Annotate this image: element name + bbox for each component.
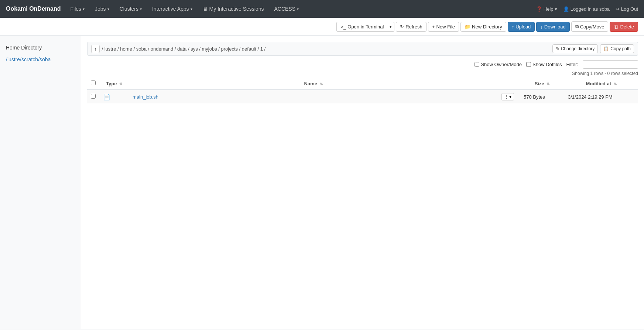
nav-item-clusters[interactable]: Clusters ▾ bbox=[116, 4, 145, 14]
open-in-terminal-button[interactable]: >_ Open in Terminal bbox=[336, 22, 387, 32]
chevron-down-icon: ▾ bbox=[191, 7, 192, 11]
copy-path-button[interactable]: 📋 Copy path bbox=[600, 44, 634, 53]
dots-icon: ⋮ bbox=[504, 94, 508, 99]
show-owner-mode-label[interactable]: Show Owner/Mode bbox=[475, 62, 522, 67]
nav-item-jobs[interactable]: Jobs ▾ bbox=[91, 4, 113, 14]
row-modified-cell: 3/1/2024 2:19:29 PM bbox=[564, 90, 638, 103]
chevron-down-icon: ▾ bbox=[140, 7, 142, 11]
th-name[interactable]: Name ⇅ bbox=[129, 78, 498, 90]
file-table-body: 📄 main_job.sh ⋮ ▾ 570 Bytes 3/1/2024 2:1… bbox=[87, 90, 638, 103]
row-count: Showing 1 rows - 0 rows selected bbox=[87, 71, 638, 76]
row-actions-cell: ⋮ ▾ bbox=[498, 90, 520, 103]
chevron-down-icon: ▾ bbox=[555, 6, 557, 12]
th-type[interactable]: Type ⇅ bbox=[99, 78, 129, 90]
user-icon: 👤 bbox=[563, 6, 569, 12]
upload-icon: ↑ bbox=[512, 24, 514, 30]
copy-move-button[interactable]: ⧉ Copy/Move bbox=[571, 21, 609, 32]
logout-link[interactable]: ↪ Log Out bbox=[616, 6, 638, 12]
navbar-brand[interactable]: Ookami OnDemand bbox=[6, 6, 61, 12]
sidebar-item-lustre-scratch[interactable]: /lustre/scratch/soba bbox=[0, 54, 81, 65]
sidebar-item-home-directory[interactable]: Home Directory bbox=[0, 42, 81, 54]
th-modified[interactable]: Modified at ⇅ bbox=[564, 78, 638, 90]
nav-item-files[interactable]: Files ▾ bbox=[66, 4, 88, 14]
sort-name-icon: ⇅ bbox=[320, 82, 323, 86]
sort-size-icon: ⇅ bbox=[547, 82, 549, 86]
new-directory-button[interactable]: 📁 New Directory bbox=[460, 22, 506, 32]
filter-label-text: Filter: bbox=[566, 62, 579, 67]
filter-input[interactable] bbox=[583, 60, 638, 69]
refresh-button[interactable]: ↻ Refresh bbox=[396, 22, 427, 32]
breadcrumb-up-button[interactable]: ↑ bbox=[91, 45, 100, 53]
chevron-down-icon: ▾ bbox=[107, 7, 109, 11]
open-terminal-group: >_ Open in Terminal ▾ bbox=[336, 22, 394, 32]
row-select-checkbox[interactable] bbox=[91, 94, 96, 99]
terminal-icon: >_ bbox=[340, 24, 346, 30]
folder-plus-icon: 📁 bbox=[465, 24, 470, 30]
th-size[interactable]: Size ⇅ bbox=[520, 78, 564, 90]
file-link[interactable]: main_job.sh bbox=[133, 94, 158, 100]
row-action-group: ⋮ ▾ bbox=[501, 93, 514, 100]
new-file-button[interactable]: + New File bbox=[428, 22, 459, 32]
clipboard-icon: 📋 bbox=[603, 46, 609, 51]
breadcrumb-path: / lustre / home / soba / ondemand / data… bbox=[102, 46, 550, 52]
row-size-cell: 570 Bytes bbox=[520, 90, 564, 103]
show-dotfiles-checkbox[interactable] bbox=[526, 62, 531, 67]
plus-icon: + bbox=[432, 24, 435, 30]
copy-icon: ⧉ bbox=[575, 24, 579, 30]
nav-item-interactive-apps[interactable]: Interactive Apps ▾ bbox=[148, 4, 196, 14]
user-info: 👤 Logged in as soba bbox=[563, 6, 610, 12]
toolbar: >_ Open in Terminal ▾ ↻ Refresh + New Fi… bbox=[0, 18, 644, 36]
logout-icon: ↪ bbox=[616, 6, 620, 12]
filter-row: Show Owner/Mode Show Dotfiles Filter: bbox=[87, 60, 638, 69]
open-terminal-dropdown-button[interactable]: ▾ bbox=[387, 22, 394, 32]
table-row: 📄 main_job.sh ⋮ ▾ 570 Bytes 3/1/2024 2:1… bbox=[87, 90, 638, 103]
select-all-checkbox[interactable] bbox=[91, 81, 96, 85]
footer: powered by OPEN OnDemand bbox=[0, 329, 644, 332]
show-owner-mode-checkbox[interactable] bbox=[475, 62, 479, 67]
file-browser: ↑ / lustre / home / soba / ondemand / da… bbox=[81, 36, 644, 329]
help-icon: ❓ bbox=[536, 6, 542, 12]
main-container: Home Directory /lustre/scratch/soba ↑ / … bbox=[0, 36, 644, 329]
chevron-down-icon: ▾ bbox=[83, 7, 85, 11]
download-button[interactable]: ↓ Download bbox=[536, 22, 569, 32]
sidebar: Home Directory /lustre/scratch/soba bbox=[0, 36, 81, 329]
show-dotfiles-label[interactable]: Show Dotfiles bbox=[526, 62, 562, 67]
edit-icon: ✎ bbox=[556, 46, 559, 51]
delete-button[interactable]: 🗑 Delete bbox=[610, 22, 638, 32]
chevron-down-icon: ▾ bbox=[297, 7, 299, 11]
monitor-icon: 🖥 bbox=[203, 6, 208, 12]
file-table: Type ⇅ Name ⇅ Size ⇅ Modified at ⇅ bbox=[87, 78, 638, 103]
arrow-up-icon: ↑ bbox=[94, 46, 97, 52]
nav-right: ❓ Help ▾ 👤 Logged in as soba ↪ Log Out bbox=[536, 6, 638, 12]
nav-item-access[interactable]: ACCESS ▾ bbox=[270, 4, 302, 14]
navbar: Ookami OnDemand Files ▾ Jobs ▾ Clusters … bbox=[0, 0, 644, 18]
download-icon: ↓ bbox=[540, 24, 543, 30]
chevron-down-icon: ▾ bbox=[509, 94, 511, 99]
row-action-button[interactable]: ⋮ ▾ bbox=[501, 93, 514, 100]
file-type-icon: 📄 bbox=[103, 94, 110, 100]
trash-icon: 🗑 bbox=[614, 24, 619, 30]
row-name-cell: main_job.sh bbox=[129, 90, 498, 103]
help-link[interactable]: ❓ Help ▾ bbox=[536, 6, 557, 12]
upload-button[interactable]: ↑ Upload bbox=[508, 22, 535, 32]
change-directory-button[interactable]: ✎ Change directory bbox=[552, 44, 598, 53]
th-actions bbox=[498, 78, 520, 90]
nav-item-my-sessions[interactable]: 🖥 My Interactive Sessions bbox=[199, 4, 268, 14]
table-header-row: Type ⇅ Name ⇅ Size ⇅ Modified at ⇅ bbox=[87, 78, 638, 90]
th-checkbox bbox=[87, 78, 99, 90]
row-checkbox-cell bbox=[87, 90, 99, 103]
breadcrumb-bar: ↑ / lustre / home / soba / ondemand / da… bbox=[87, 42, 638, 56]
sort-modified-icon: ⇅ bbox=[614, 82, 617, 86]
row-type-cell: 📄 bbox=[99, 90, 129, 103]
sort-type-icon: ⇅ bbox=[119, 82, 122, 86]
refresh-icon: ↻ bbox=[400, 24, 404, 30]
